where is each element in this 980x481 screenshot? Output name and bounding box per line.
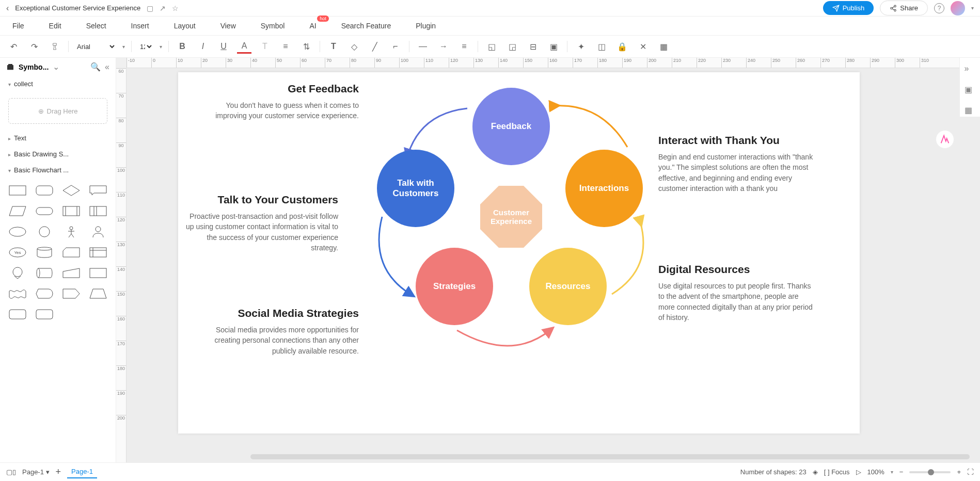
tools-icon[interactable]: ✕	[636, 39, 650, 54]
shape-diamond[interactable]	[60, 182, 83, 199]
zoom-value[interactable]: 100%	[867, 468, 884, 476]
shape-subroutine2[interactable]	[87, 203, 109, 219]
help-icon[interactable]: ?	[934, 3, 944, 13]
ai-badge[interactable]	[936, 130, 954, 149]
label-social[interactable]: Social Media Strategies Social media pro…	[209, 307, 359, 356]
redo-icon[interactable]: ↷	[27, 39, 41, 54]
focus-button[interactable]: [ ] Focus	[824, 468, 850, 476]
crop-icon[interactable]: ◫	[594, 39, 609, 54]
line-weight-icon[interactable]: ≡	[457, 39, 471, 54]
fullscreen-icon[interactable]: ⛶	[967, 468, 974, 476]
font-color-icon[interactable]: A	[237, 39, 251, 54]
underline-icon[interactable]: U	[216, 39, 231, 54]
node-talk[interactable]: Talk with Customers	[377, 150, 454, 227]
font-size-select[interactable]: 12	[138, 42, 153, 51]
bold-icon[interactable]: B	[175, 39, 189, 54]
undo-icon[interactable]: ↶	[6, 39, 21, 54]
page[interactable]: Feedback Talk with Customers Interaction…	[178, 72, 860, 434]
shape-wave[interactable]	[6, 285, 29, 302]
italic-icon[interactable]: I	[196, 39, 210, 54]
menu-select[interactable]: Select	[86, 22, 106, 30]
shape-cylinder[interactable]	[33, 244, 56, 261]
avatar[interactable]	[951, 1, 965, 15]
line-style-icon[interactable]: —	[416, 39, 430, 54]
zoom-slider[interactable]	[909, 471, 951, 473]
save-icon[interactable]: ▢	[147, 4, 153, 12]
canvas[interactable]: Feedback Talk with Customers Interaction…	[127, 68, 980, 462]
shape-rect[interactable]	[6, 182, 29, 199]
bring-front-icon[interactable]: ◲	[505, 39, 519, 54]
back-button[interactable]: ‹	[6, 4, 9, 13]
font-select[interactable]: Arial	[75, 42, 116, 51]
node-center[interactable]: Customer Experience	[480, 186, 542, 248]
format-painter-icon[interactable]	[48, 39, 62, 54]
menu-view[interactable]: View	[220, 22, 236, 30]
menu-plugin[interactable]: Plugin	[416, 22, 436, 30]
shape-stadium[interactable]	[33, 203, 56, 219]
layers-icon[interactable]: ◈	[813, 468, 818, 476]
page-select[interactable]: Page-1 ▾	[22, 468, 50, 476]
properties-icon[interactable]: ▣	[965, 85, 976, 96]
shape-pentagon[interactable]	[60, 285, 83, 302]
group-icon[interactable]: ▣	[546, 39, 561, 54]
label-digital[interactable]: Digital Resources Use digital resources …	[658, 263, 813, 323]
export-icon[interactable]: ↗	[160, 4, 166, 12]
shape-display[interactable]	[33, 285, 56, 302]
clear-format-icon[interactable]: T	[258, 39, 272, 54]
shape-callout[interactable]	[87, 182, 109, 199]
menu-file[interactable]: File	[12, 22, 24, 30]
shape-card[interactable]	[60, 244, 83, 261]
align-icon[interactable]: ≡	[278, 39, 293, 54]
presentation-icon[interactable]: ▷	[856, 468, 861, 476]
shape-trapezoid[interactable]	[87, 285, 109, 302]
node-resources[interactable]: Resources	[529, 248, 607, 325]
zoom-out-icon[interactable]: −	[899, 468, 904, 476]
scrollbar-horizontal[interactable]	[250, 454, 970, 459]
shape-parallelogram[interactable]	[6, 203, 29, 219]
drag-here-zone[interactable]: ⊕ Drag Here	[8, 98, 107, 124]
zoom-in-icon[interactable]: +	[957, 468, 961, 476]
line-color-icon[interactable]: ╱	[368, 39, 382, 54]
shape-rounded-rect[interactable]	[33, 182, 56, 199]
shape-ellipse[interactable]	[6, 223, 29, 240]
page-tab[interactable]: Page-1	[67, 466, 97, 478]
shape-circle[interactable]	[33, 223, 56, 240]
fill-icon[interactable]: ◇	[347, 39, 361, 54]
shape-rounded3[interactable]	[33, 306, 56, 323]
section-collect[interactable]: collect	[0, 76, 116, 92]
menu-layout[interactable]: Layout	[174, 22, 196, 30]
text-tool-icon[interactable]: T	[326, 39, 341, 54]
line-spacing-icon[interactable]: ⇅	[299, 39, 313, 54]
shape-internal-storage[interactable]	[87, 244, 109, 261]
section-basic-drawing[interactable]: Basic Drawing S...	[0, 146, 116, 162]
node-interactions[interactable]: Interactions	[565, 150, 643, 227]
shape-rect2[interactable]	[87, 265, 109, 281]
menu-ai[interactable]: AIhot	[309, 22, 316, 30]
avatar-menu-icon[interactable]: ▾	[971, 5, 974, 11]
share-button[interactable]: Share	[880, 1, 928, 15]
section-text[interactable]: Text	[0, 130, 116, 146]
collapse-sidebar-icon[interactable]: «	[105, 62, 109, 72]
connector-icon[interactable]: ⌐	[388, 39, 403, 54]
arrow-style-icon[interactable]: →	[436, 39, 451, 54]
expand-panel-icon[interactable]: »	[965, 64, 976, 75]
search-icon[interactable]: 🔍	[90, 62, 101, 72]
menu-edit[interactable]: Edit	[49, 22, 61, 30]
effects-icon[interactable]: ✦	[574, 39, 588, 54]
label-feedback[interactable]: Get Feedback You don't have to guess whe…	[209, 83, 359, 121]
shape-manual-input[interactable]	[60, 265, 83, 281]
shape-cylinder-h[interactable]	[33, 265, 56, 281]
menu-insert[interactable]: Insert	[131, 22, 149, 30]
publish-button[interactable]: Publish	[823, 1, 874, 15]
add-page-icon[interactable]: +	[56, 467, 61, 477]
section-basic-flowchart[interactable]: Basic Flowchart ...	[0, 162, 116, 178]
lock-icon[interactable]: 🔒	[615, 39, 629, 54]
align-objects-icon[interactable]: ⊟	[526, 39, 540, 54]
send-back-icon[interactable]: ◱	[484, 39, 499, 54]
menu-symbol[interactable]: Symbol	[261, 22, 285, 30]
label-interact[interactable]: Interact with Thank You Begin and end cu…	[658, 134, 813, 194]
shape-rounded2[interactable]	[6, 306, 29, 323]
grid-icon[interactable]: ▦	[965, 105, 976, 117]
shape-label-yes[interactable]: Yes	[6, 244, 29, 261]
star-icon[interactable]: ☆	[172, 4, 179, 12]
